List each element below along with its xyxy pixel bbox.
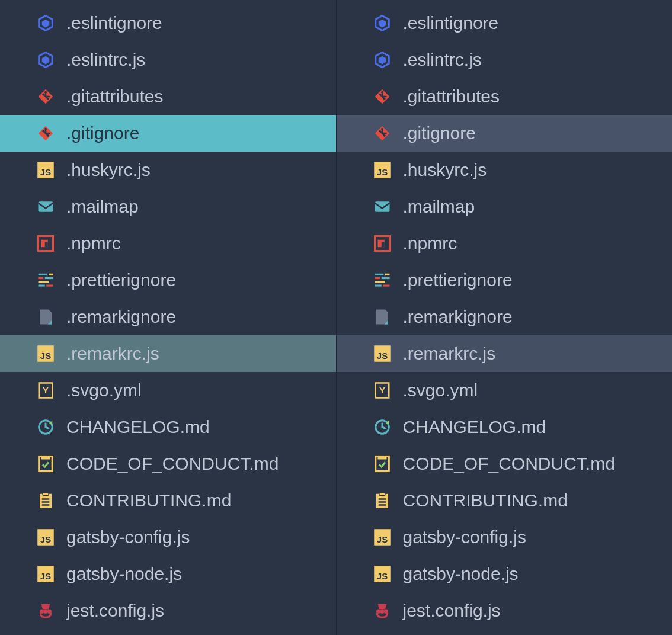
file-name-label: .npmrc xyxy=(66,233,121,254)
svg-text:Y: Y xyxy=(43,385,49,395)
file-row[interactable]: CODE_OF_CONDUCT.md xyxy=(0,445,336,482)
file-name-label: .gitattributes xyxy=(403,86,500,107)
svg-rect-22 xyxy=(39,281,49,283)
file-name-label: .gitignore xyxy=(66,123,139,143)
file-name-label: .remarkrc.js xyxy=(66,344,159,364)
eslint-icon xyxy=(37,14,55,32)
file-row[interactable]: jest.config.js xyxy=(0,592,336,629)
file-row[interactable]: JSgatsby-node.js xyxy=(337,556,673,592)
svg-rect-66 xyxy=(375,281,385,283)
file-row[interactable]: Y.svgo.yml xyxy=(0,372,336,409)
file-name-label: CHANGELOG.md xyxy=(403,417,546,437)
file-name-label: .remarkignore xyxy=(403,307,513,327)
svg-point-5 xyxy=(42,93,44,95)
svg-rect-62 xyxy=(375,274,383,275)
file-name-label: CONTRIBUTING.md xyxy=(66,490,231,511)
file-row[interactable]: JSgatsby-config.js xyxy=(0,519,336,556)
git-icon xyxy=(37,88,55,105)
svg-rect-76 xyxy=(376,494,388,508)
svg-rect-80 xyxy=(378,504,386,506)
svg-point-7 xyxy=(44,91,47,94)
file-name-label: .eslintignore xyxy=(403,13,499,33)
svg-text:JS: JS xyxy=(376,167,387,177)
svg-rect-65 xyxy=(381,277,389,279)
file-row[interactable]: .prettierignore xyxy=(0,262,336,299)
js-icon: JS xyxy=(373,528,391,546)
file-row[interactable]: .gitattributes xyxy=(337,78,673,115)
svg-point-6 xyxy=(47,98,49,100)
jest-icon xyxy=(373,602,391,620)
file-row[interactable]: JS.huskyrc.js xyxy=(337,152,673,188)
file-name-label: .eslintrc.js xyxy=(403,50,482,70)
file-row[interactable]: CONTRIBUTING.md xyxy=(0,482,336,519)
svg-rect-79 xyxy=(378,501,386,503)
yml-icon: Y xyxy=(373,381,391,399)
file-name-label: gatsby-node.js xyxy=(403,564,519,584)
file-row[interactable]: jest.config.js xyxy=(337,592,673,629)
file-row[interactable]: CHANGELOG.md xyxy=(0,409,336,445)
npm-icon xyxy=(373,235,391,252)
js-icon: JS xyxy=(37,161,55,179)
file-row[interactable]: .gitattributes xyxy=(0,78,336,115)
svg-text:JS: JS xyxy=(40,351,51,361)
file-row[interactable]: JS.huskyrc.js xyxy=(0,152,336,188)
file-row[interactable]: .mailmap xyxy=(0,188,336,225)
file-row[interactable]: Y.svgo.yml xyxy=(337,372,673,409)
git-icon xyxy=(373,88,391,105)
file-row[interactable]: .gitignore xyxy=(337,115,673,152)
file-name-label: .huskyrc.js xyxy=(66,160,151,180)
svg-marker-3 xyxy=(42,56,50,65)
svg-point-51 xyxy=(381,91,383,94)
svg-rect-35 xyxy=(42,501,50,503)
js-icon: JS xyxy=(373,345,391,363)
file-row[interactable]: JSgatsby-config.js xyxy=(337,519,673,556)
file-name-label: .mailmap xyxy=(403,197,475,217)
file-name-label: .remarkignore xyxy=(66,307,176,327)
file-name-label: CODE_OF_CONDUCT.md xyxy=(66,454,279,474)
svg-point-50 xyxy=(383,98,385,100)
svg-marker-1 xyxy=(42,20,50,28)
file-row[interactable]: CONTRIBUTING.md xyxy=(337,482,673,519)
file-row[interactable]: .eslintrc.js xyxy=(0,41,336,78)
svg-rect-58 xyxy=(375,201,389,212)
svg-marker-47 xyxy=(378,56,386,65)
file-name-label: .svgo.yml xyxy=(403,380,478,400)
svg-rect-67 xyxy=(375,285,381,287)
file-row[interactable]: CHANGELOG.md xyxy=(337,409,673,445)
file-name-label: .eslintignore xyxy=(66,13,162,33)
file-row[interactable]: .npmrc xyxy=(0,225,336,262)
file-row[interactable]: JSgatsby-node.js xyxy=(0,556,336,592)
file-row[interactable]: .eslintrc.js xyxy=(337,41,673,78)
svg-rect-68 xyxy=(383,285,389,287)
file-name-label: .remarkrc.js xyxy=(403,344,496,364)
file-row[interactable]: CODE_OF_CONDUCT.md xyxy=(337,445,673,482)
svg-text:JS: JS xyxy=(40,571,51,581)
file-row[interactable]: JS.remarkrc.js xyxy=(337,335,673,372)
svg-text:Y: Y xyxy=(379,385,385,395)
svg-point-55 xyxy=(381,128,383,130)
svg-text:JS: JS xyxy=(376,351,387,361)
file-row[interactable]: JS.remarkrc.js xyxy=(0,335,336,372)
conduct-icon xyxy=(373,455,391,473)
file-row[interactable]: .gitignore xyxy=(0,115,336,152)
file-row[interactable]: .mailmap xyxy=(337,188,673,225)
file-row[interactable]: .eslintignore xyxy=(337,5,673,41)
svg-rect-61 xyxy=(381,242,384,248)
file-row[interactable]: .eslintignore xyxy=(0,5,336,41)
file-row[interactable]: .prettierignore xyxy=(337,262,673,299)
svg-rect-63 xyxy=(385,274,390,275)
yml-icon: Y xyxy=(37,381,55,399)
prettier-icon xyxy=(37,271,55,289)
git-icon xyxy=(373,124,391,142)
svg-point-10 xyxy=(47,134,49,137)
file-row[interactable]: .npmrc xyxy=(337,225,673,262)
svg-rect-20 xyxy=(39,277,44,279)
js-icon: JS xyxy=(373,161,391,179)
file-row[interactable]: .remarkignore xyxy=(337,299,673,335)
svg-point-49 xyxy=(379,93,381,95)
svg-point-53 xyxy=(379,130,381,132)
file-name-label: gatsby-node.js xyxy=(66,564,182,584)
file-row[interactable]: .remarkignore xyxy=(0,299,336,335)
file-name-label: jest.config.js xyxy=(66,601,164,621)
prettier-icon xyxy=(373,271,391,289)
